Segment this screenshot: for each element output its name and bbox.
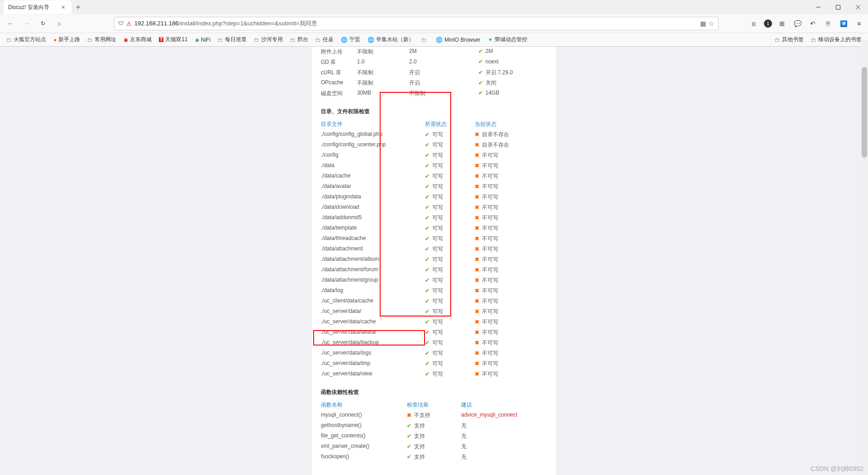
check-icon: ✔: [425, 267, 430, 273]
bookmark-item[interactable]: 🗀常用网址: [85, 34, 119, 45]
cross-icon: ✖: [475, 152, 480, 158]
close-window-button[interactable]: [848, 0, 868, 14]
url-bar[interactable]: 🛡 ⚠ 192.168.211.186/install/index.php?st…: [114, 17, 719, 30]
bookmark-label: MinIO Browser: [444, 37, 480, 43]
browser-chrome: Discuz! 安装向导 × + ← → ↻ ⌂ 🛡 ⚠ 192.168.211…: [0, 0, 868, 47]
bookmark-item[interactable]: 🗀移动设备上的书签: [808, 34, 864, 45]
check-icon: ✔: [425, 319, 430, 325]
extension-badge-icon[interactable]: 1: [764, 19, 772, 28]
cross-icon: ✖: [475, 277, 480, 283]
bookmark-label: 新手上路: [58, 36, 80, 43]
minimize-button[interactable]: [808, 0, 828, 14]
bookmark-item[interactable]: ◉京东商城: [121, 34, 154, 45]
shield-icon[interactable]: 🛡: [118, 20, 124, 27]
func-result: ✔支持: [407, 432, 461, 440]
env-row: GD 库1.02.0✔noext: [321, 57, 547, 67]
perm-cur: ✖不可写: [475, 287, 547, 295]
browser-tab[interactable]: Discuz! 安装向导 ×: [4, 0, 72, 14]
bookmark-item[interactable]: ●新手上路: [51, 34, 83, 45]
perm-req: ✔可写: [425, 173, 475, 180]
env-name: OPcache: [321, 79, 357, 87]
perm-row: ./data/threadcache✔可写✖不可写: [321, 234, 547, 244]
perm-row: ./uc_server/data/✔可写✖不可写: [321, 307, 547, 317]
func-row: xml_parser_create()✔支持无: [321, 441, 547, 452]
bookmark-label: 任县: [323, 36, 334, 43]
perm-path: ./data/plugindata: [321, 193, 425, 201]
env-row: 磁盘空间30MB不限制✔14GB: [321, 88, 547, 99]
url-text: 192.168.211.186/install/index.php?step=1…: [134, 19, 697, 28]
env-cur: ✔关闭: [478, 79, 548, 87]
scrollbar-track[interactable]: [861, 40, 868, 475]
extension-icon[interactable]: ⊞: [777, 18, 787, 29]
cross-icon: ✖: [475, 350, 480, 356]
env-best: 2.0: [409, 58, 478, 66]
check-icon: ✔: [407, 433, 412, 439]
env-req: 30MB: [357, 90, 409, 97]
new-tab-button[interactable]: +: [72, 3, 85, 11]
bookmark-item[interactable]: 🌐辛集水站（新）: [365, 34, 417, 45]
perm-header-row: 目录文件 所需状态 当前状态: [321, 119, 547, 130]
cross-icon: ✖: [475, 194, 480, 200]
func-name: file_get_contents(): [321, 432, 407, 440]
bookmark-item[interactable]: 🗀邢台: [287, 34, 311, 45]
perm-path: ./config: [321, 152, 425, 159]
func-advice: advice_mysqli_connect: [461, 412, 517, 419]
bookmark-item[interactable]: ◆NiFi: [192, 34, 213, 45]
perm-path: ./uc_server/data/view: [321, 370, 425, 378]
bookmark-item[interactable]: ▼荣城动态管控: [485, 34, 530, 45]
perm-row: ./data/plugindata✔可写✖不可写: [321, 192, 547, 202]
menu-button[interactable]: ≡: [854, 18, 864, 29]
env-cur: ✔14GB: [478, 90, 548, 97]
perm-cur: ✖不可写: [475, 308, 547, 316]
env-row: cURL 库不限制开启✔开启 7.29.0: [321, 67, 547, 78]
perm-path: ./data/addonmd5: [321, 214, 425, 222]
bookmark-label: 天猫双11: [165, 36, 187, 43]
bookmark-label: 宁晋: [349, 36, 360, 43]
func-header-name: 函数名称: [321, 401, 407, 409]
chat-icon[interactable]: 💬: [792, 18, 803, 29]
perm-req: ✔可写: [425, 350, 475, 357]
perm-path: ./uc_server/data/backup: [321, 339, 425, 347]
perm-req: ✔可写: [425, 162, 475, 170]
bookmark-star-icon[interactable]: ☆: [709, 20, 715, 27]
bookmark-item[interactable]: 🌐MinIO Browser: [433, 34, 483, 45]
home-button[interactable]: ⌂: [52, 17, 66, 30]
bookmark-item[interactable]: 🗀每日巡查: [215, 34, 249, 45]
page-content: 附件上传不限制2M✔2MGD 库1.02.0✔noextcURL 库不限制开启✔…: [0, 47, 868, 475]
func-name: gethostbyname(): [321, 422, 407, 430]
maximize-button[interactable]: [828, 0, 848, 14]
toolbar-right: ⫼ 1 ⊞ 💬 ↶ ⛨ 译 ≡: [749, 18, 864, 29]
bookmark-item[interactable]: T天猫双11: [156, 34, 190, 45]
ublock-icon[interactable]: ⛨: [823, 18, 834, 29]
bookmark-item[interactable]: 🌐宁晋: [338, 34, 363, 45]
perm-cur: ✖不可写: [475, 245, 547, 253]
library-icon[interactable]: ⫼: [749, 18, 759, 29]
forward-button[interactable]: →: [20, 17, 33, 30]
bookmark-item[interactable]: 🗀火狐官方站点: [4, 34, 49, 45]
cross-icon: ✖: [475, 308, 480, 315]
bookmark-item[interactable]: 🗀: [419, 34, 431, 45]
perm-cur: ✖不可写: [475, 339, 547, 347]
back-button[interactable]: ←: [4, 17, 17, 30]
perm-cur: ✖不可写: [475, 173, 547, 180]
qr-icon[interactable]: ▦: [700, 20, 706, 27]
env-row: OPcache不限制开启✔关闭: [321, 78, 547, 88]
bookmark-item[interactable]: 🗀沙河专用: [251, 34, 286, 45]
check-icon: ✔: [478, 69, 484, 76]
perm-row: ./uc_server/data/tmp✔可写✖不可写: [321, 359, 547, 369]
check-icon: ✔: [425, 340, 430, 346]
undo-icon[interactable]: ↶: [807, 18, 818, 29]
scrollbar-thumb[interactable]: [862, 67, 867, 158]
cross-icon: ✖: [475, 246, 480, 252]
window-controls: [808, 0, 868, 14]
reload-button[interactable]: ↻: [36, 17, 50, 30]
check-icon: ✔: [425, 131, 430, 138]
check-icon: ✔: [425, 183, 430, 190]
bookmark-item[interactable]: 🗀其他书签: [772, 34, 806, 45]
close-tab-icon[interactable]: ×: [60, 4, 67, 11]
perm-row: ./data✔可写✖不可写: [321, 161, 547, 171]
lock-insecure-icon[interactable]: ⚠: [126, 20, 132, 27]
bookmark-item[interactable]: 🗀任县: [313, 34, 336, 45]
translate-ext-icon[interactable]: 译: [838, 18, 849, 29]
perm-req: ✔可写: [425, 193, 475, 201]
